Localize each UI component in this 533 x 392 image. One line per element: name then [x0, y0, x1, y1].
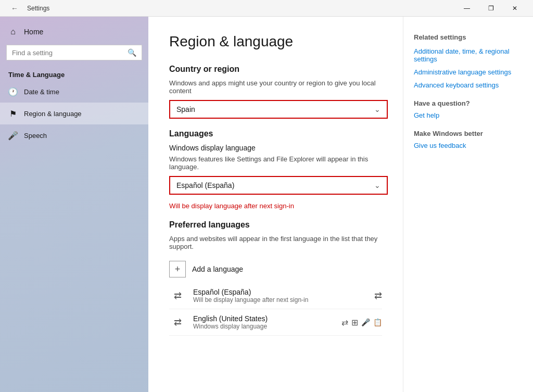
lang-sub-2: Windows display language: [193, 323, 334, 330]
sidebar-item-speech[interactable]: 🎤 Speech: [0, 124, 148, 146]
clock-icon: 🕐: [8, 87, 18, 96]
lang-name-1: Español (España): [193, 288, 367, 296]
country-selected: Spain: [176, 105, 195, 113]
lang-actions-2: ⇄ ⊞ 🎤 📋: [341, 318, 382, 327]
lang-action-keyboard-icon[interactable]: ⊞: [351, 318, 358, 327]
main-content: Region & language Country or region Wind…: [148, 17, 403, 392]
back-button[interactable]: ←: [6, 0, 23, 17]
country-desc: Windows and apps might use your country …: [169, 79, 382, 95]
country-section: Country or region Windows and apps might…: [169, 65, 382, 119]
maximize-button[interactable]: ❐: [479, 0, 503, 17]
app-body: ⌂ Home 🔍 Time & Language 🕐 Date & time ⚑…: [0, 17, 533, 392]
display-lang-selected: Español (España): [176, 181, 234, 189]
minimize-button[interactable]: —: [455, 0, 479, 17]
title-bar-label: Settings: [27, 5, 49, 12]
add-language-button[interactable]: + Add a language: [169, 256, 382, 283]
sidebar-date-time-label: Date & time: [24, 88, 59, 96]
title-bar: ← Settings — ❐ ✕: [0, 0, 533, 17]
right-panel: Related settings Additional date, time, …: [403, 17, 533, 392]
languages-heading: Languages: [169, 129, 382, 138]
lang-icon-1: ⇄: [169, 290, 186, 301]
lang-details-1: Español (España) Will be display languag…: [193, 288, 367, 304]
display-lang-arrow: ⌄: [374, 181, 380, 189]
sidebar-speech-label: Speech: [24, 132, 47, 140]
country-heading: Country or region: [169, 65, 382, 74]
home-icon: ⌂: [8, 27, 18, 36]
region-icon: ⚑: [8, 109, 18, 118]
search-icon: 🔍: [128, 48, 136, 57]
lang-icon-2: ⇄: [169, 317, 186, 328]
related-link-2[interactable]: Administrative language settings: [414, 68, 523, 76]
display-lang-dropdown[interactable]: Español (España) ⌄: [169, 176, 388, 195]
lang-action-speech-icon[interactable]: 🎤: [361, 318, 370, 326]
add-icon: +: [169, 261, 186, 277]
related-settings-heading: Related settings: [414, 33, 523, 41]
sidebar-section-label: Time & Language: [0, 67, 148, 81]
lang-action-icon-1[interactable]: ⇄: [374, 290, 382, 301]
display-lang-desc: Windows features like Settings and File …: [169, 155, 382, 171]
sidebar-region-label: Region & language: [24, 110, 82, 118]
related-link-1[interactable]: Additional date, time, & regional settin…: [414, 47, 523, 63]
display-lang-warning: Will be display language after next sign…: [169, 202, 382, 210]
feedback-link[interactable]: Give us feedback: [414, 142, 523, 149]
lang-sub-1: Will be display language after next sign…: [193, 296, 367, 304]
get-help-link[interactable]: Get help: [414, 111, 523, 119]
add-language-label: Add a language: [192, 265, 243, 273]
lang-details-2: English (United States) Windows display …: [193, 314, 334, 330]
lang-action-move-icon[interactable]: ⇄: [341, 318, 348, 327]
sidebar-search-box[interactable]: 🔍: [6, 45, 142, 60]
country-dropdown-arrow: ⌄: [374, 105, 380, 113]
preferred-lang-heading: Preferred languages: [169, 220, 382, 230]
preferred-languages-section: Preferred languages Apps and websites wi…: [169, 220, 382, 336]
page-title: Region & language: [169, 33, 382, 50]
country-dropdown[interactable]: Spain ⌄: [169, 100, 388, 119]
list-item: ⇄ English (United States) Windows displa…: [169, 309, 382, 336]
sidebar-home-label: Home: [24, 28, 43, 36]
window-controls: — ❐ ✕: [455, 0, 527, 17]
sidebar-item-date-time[interactable]: 🕐 Date & time: [0, 81, 148, 103]
speech-icon: 🎤: [8, 131, 18, 140]
languages-section: Languages Windows display language Windo…: [169, 129, 382, 210]
sidebar-item-home[interactable]: ⌂ Home: [0, 21, 148, 43]
lang-actions-1: ⇄: [374, 290, 382, 301]
lang-name-2: English (United States): [193, 314, 334, 323]
display-lang-label: Windows display language: [169, 144, 382, 152]
sidebar: ⌂ Home 🔍 Time & Language 🕐 Date & time ⚑…: [0, 17, 148, 392]
close-button[interactable]: ✕: [503, 0, 527, 17]
make-better-heading: Make Windows better: [414, 130, 523, 137]
search-input[interactable]: [12, 49, 123, 57]
sidebar-item-region-language[interactable]: ⚑ Region & language: [0, 103, 148, 124]
lang-action-handwriting-icon[interactable]: 📋: [373, 318, 382, 326]
preferred-lang-desc: Apps and websites will appear in the fir…: [169, 235, 382, 250]
list-item: ⇄ Español (España) Will be display langu…: [169, 283, 382, 309]
related-link-3[interactable]: Advanced keyboard settings: [414, 81, 523, 89]
have-question-heading: Have a question?: [414, 99, 523, 107]
